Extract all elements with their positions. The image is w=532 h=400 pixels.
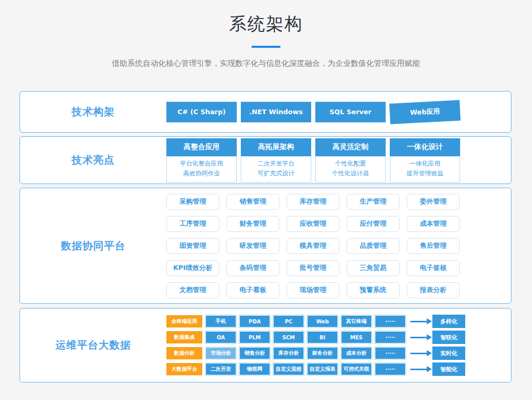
- bigdata-item: 成本分析: [341, 347, 372, 359]
- bigdata-row: 全终端应用手机PDAPCWeb其它终端·····多样化: [166, 315, 465, 328]
- tech-stack-block: .NET Windows: [241, 102, 311, 122]
- module-block: 库存管理: [287, 194, 339, 210]
- module-block: 成本管理: [407, 216, 460, 232]
- module-block: 财务管理: [226, 216, 279, 232]
- bigdata-item: ·····: [375, 315, 406, 328]
- bigdata-item: 可控式关联: [341, 363, 372, 375]
- module-block: 电子签核: [407, 260, 460, 276]
- highlight-card-line: 平台化整合应用: [167, 159, 236, 169]
- category-tag: 数据集成: [166, 331, 202, 343]
- highlight-card-body: 一体化应用提升管理效益: [390, 156, 460, 183]
- module-block: 条码管理: [226, 260, 279, 276]
- bigdata-item: Web: [307, 315, 338, 328]
- bigdata-item: 手机: [205, 315, 236, 328]
- bigdata-item: 销售分析: [239, 347, 270, 359]
- module-block: 预警系统: [347, 282, 400, 298]
- right-arrow-icon: [410, 353, 428, 354]
- bigdata-item: 自定义流程: [273, 363, 304, 375]
- result-block: 智联化: [432, 331, 465, 344]
- module-block: 模具管理: [287, 238, 339, 254]
- module-grid-row: KPI绩效分析条码管理批号管理三角贸易电子签核: [166, 260, 460, 276]
- module-block: 报表分析: [407, 282, 460, 298]
- bigdata-row: 数据集成OAPLMSCMBIMES·····智联化: [166, 331, 465, 344]
- bigdata-row: 大数据平台二次开发物联网自定义流程自定义报表可控式关联·····智能化: [166, 362, 465, 376]
- highlight-card-title: 一体化设计: [390, 138, 460, 156]
- highlight-card-line: 可扩充式设计: [241, 169, 311, 178]
- bigdata-item: PLM: [239, 331, 270, 343]
- bigdata-item: 物联网: [239, 363, 270, 375]
- module-block: 电子看板: [226, 282, 279, 298]
- highlight-card-title: 高灵活定制: [315, 138, 386, 156]
- highlight-card-line: 一体化应用: [390, 159, 460, 169]
- module-block: 品质管理: [347, 238, 400, 254]
- tech-buttons: C# (C Sharp).NET WindowsSQL ServerWeb应用: [166, 102, 460, 122]
- highlight-card-line: 个性化配置: [316, 159, 385, 169]
- module-grid-row: 工序管理财务管理应收管理应付管理成本管理: [166, 216, 460, 232]
- panel-ops-bigdata: 运维平台大数据 全终端应用手机PDAPCWeb其它终端·····多样化数据集成O…: [20, 308, 511, 383]
- highlight-card-title: 高拓展架构: [241, 138, 311, 156]
- category-tag: 大数据平台: [166, 363, 202, 375]
- page-header: 系统架构 借助系统自动化核心管理引擎，实现数字化与信息化深度融合，为企业数值化管…: [0, 0, 532, 68]
- module-grid: 采购管理销售管理库存管理生产管理委外管理工序管理财务管理应收管理应付管理成本管理…: [166, 194, 460, 298]
- module-block: 生产管理: [347, 194, 400, 210]
- highlight-card-title: 高整合应用: [166, 138, 237, 156]
- module-block: 三角贸易: [347, 260, 400, 276]
- highlight-card: 高拓展架构二次开发平台可扩充式设计: [241, 138, 311, 183]
- module-block: 委外管理: [407, 194, 460, 210]
- panel-tech-framework: 技术构架 C# (C Sharp).NET WindowsSQL ServerW…: [20, 91, 511, 133]
- bigdata-item: BI: [307, 331, 338, 343]
- section-label-ops-bigdata: 运维平台大数据: [20, 338, 166, 352]
- bigdata-item: PDA: [239, 315, 270, 328]
- page-subtitle: 借助系统自动化核心管理引擎，实现数字化与信息化深度融合，为企业数值化管理应用赋能: [0, 59, 532, 68]
- module-block: 固资管理: [166, 238, 219, 254]
- highlight-card-line: 提升管理效益: [390, 169, 460, 178]
- section-label-tech-highlights: 技术亮点: [20, 153, 166, 167]
- module-block: 研发管理: [226, 238, 279, 254]
- module-block: 采购管理: [166, 194, 219, 210]
- highlight-card-body: 平台化整合应用高效协同作业: [166, 156, 237, 183]
- highlight-card-line: 二次开发平台: [241, 159, 311, 169]
- highlight-card-body: 二次开发平台可扩充式设计: [241, 156, 311, 183]
- highlight-cards: 高整合应用平台化整合应用高效协同作业高拓展架构二次开发平台可扩充式设计高灵活定制…: [166, 138, 460, 183]
- bigdata-item: SCM: [273, 331, 304, 343]
- result-block: 实时化: [432, 347, 465, 360]
- section-label-tech-framework: 技术构架: [20, 105, 166, 119]
- module-grid-row: 采购管理销售管理库存管理生产管理委外管理: [166, 194, 460, 210]
- tech-stack-block: SQL Server: [315, 102, 386, 122]
- bigdata-item: 自定义报表: [307, 363, 338, 375]
- highlight-card: 高灵活定制个性化配置个性化设计器: [315, 138, 386, 183]
- bigdata-item: 市场分析: [205, 347, 236, 359]
- module-grid-row: 文档管理电子看板现场管理预警系统报表分析: [166, 282, 460, 298]
- bigdata-item: PC: [273, 315, 304, 328]
- module-block: 文档管理: [166, 282, 219, 298]
- tech-stack-block: C# (C Sharp): [166, 102, 237, 122]
- bigdata-item: 其它终端: [341, 315, 372, 328]
- panel-tech-highlights: 技术亮点 高整合应用平台化整合应用高效协同作业高拓展架构二次开发平台可扩充式设计…: [20, 136, 511, 184]
- module-block: 现场管理: [287, 282, 339, 298]
- result-block: 智能化: [432, 362, 465, 376]
- bigdata-item: ·····: [375, 363, 406, 375]
- module-block: 批号管理: [287, 260, 339, 276]
- bigdata-item: ·····: [375, 331, 406, 343]
- bigdata-item: OA: [205, 331, 236, 343]
- highlight-card-body: 个性化配置个性化设计器: [315, 156, 386, 183]
- module-grid-row: 固资管理研发管理模具管理品质管理售后管理: [166, 238, 460, 254]
- module-block: 应收管理: [287, 216, 339, 232]
- result-block: 多样化: [432, 315, 465, 328]
- right-arrow-icon: [410, 369, 428, 370]
- module-block: 售后管理: [407, 238, 460, 254]
- page-title: 系统架构: [0, 12, 532, 36]
- bigdata-item: 库存分析: [273, 347, 304, 359]
- highlight-card: 高整合应用平台化整合应用高效协同作业: [166, 138, 237, 183]
- bigdata-item: MES: [341, 331, 372, 343]
- tech-stack-block: Web应用: [389, 100, 461, 124]
- bigdata-item: 财务分析: [307, 347, 338, 359]
- category-tag: 数据分析: [166, 347, 202, 359]
- highlight-card: 一体化设计一体化应用提升管理效益: [390, 138, 460, 183]
- bigdata-item: 二次开发: [205, 363, 236, 375]
- section-label-data-collaboration: 数据协同平台: [20, 239, 166, 253]
- title-underline: [252, 46, 280, 48]
- module-block: 应付管理: [347, 216, 400, 232]
- module-block: 工序管理: [166, 216, 219, 232]
- panel-data-collaboration: 数据协同平台 采购管理销售管理库存管理生产管理委外管理工序管理财务管理应收管理应…: [20, 188, 511, 304]
